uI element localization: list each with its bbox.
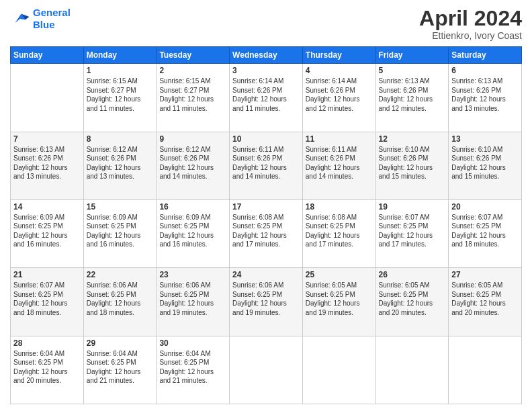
calendar-cell: 23Sunrise: 6:06 AMSunset: 6:25 PMDayligh… [157, 268, 230, 336]
page-title: April 2024 [419, 7, 522, 30]
calendar-cell [11, 64, 84, 132]
day-number: 2 [159, 66, 226, 75]
day-number: 25 [306, 270, 373, 279]
calendar-header-friday: Friday [375, 47, 449, 64]
day-info: Sunrise: 6:11 AMSunset: 6:26 PMDaylight:… [232, 145, 300, 181]
title-block: April 2024 Ettienkro, Ivory Coast [419, 7, 522, 41]
calendar-cell: 24Sunrise: 6:06 AMSunset: 6:25 PMDayligh… [230, 268, 303, 336]
day-number: 14 [13, 202, 81, 212]
calendar-cell: 30Sunrise: 6:04 AMSunset: 6:25 PMDayligh… [157, 336, 230, 404]
day-number: 20 [451, 202, 519, 212]
calendar-cell: 2Sunrise: 6:15 AMSunset: 6:27 PMDaylight… [157, 64, 230, 132]
day-number: 15 [87, 202, 154, 212]
day-number: 18 [306, 202, 373, 212]
day-number: 12 [379, 134, 446, 144]
day-info: Sunrise: 6:14 AMSunset: 6:26 PMDaylight:… [232, 77, 300, 113]
calendar-cell: 9Sunrise: 6:12 AMSunset: 6:26 PMDaylight… [157, 132, 230, 199]
day-number: 30 [159, 338, 226, 348]
calendar-week-row: 7Sunrise: 6:13 AMSunset: 6:26 PMDaylight… [11, 132, 522, 199]
calendar-cell: 17Sunrise: 6:08 AMSunset: 6:25 PMDayligh… [230, 199, 303, 267]
day-info: Sunrise: 6:06 AMSunset: 6:25 PMDaylight:… [159, 281, 226, 317]
day-info: Sunrise: 6:08 AMSunset: 6:25 PMDaylight:… [306, 213, 373, 249]
header: General Blue April 2024 Ettienkro, Ivory… [10, 7, 522, 41]
calendar-cell: 8Sunrise: 6:12 AMSunset: 6:26 PMDaylight… [83, 132, 157, 199]
calendar-cell [449, 336, 522, 404]
day-info: Sunrise: 6:14 AMSunset: 6:26 PMDaylight:… [306, 77, 373, 113]
calendar-table: SundayMondayTuesdayWednesdayThursdayFrid… [10, 46, 522, 404]
logo-line1: General [33, 7, 71, 18]
calendar-header-wednesday: Wednesday [230, 47, 303, 64]
calendar-cell: 4Sunrise: 6:14 AMSunset: 6:26 PMDaylight… [302, 64, 375, 132]
calendar-cell: 14Sunrise: 6:09 AMSunset: 6:25 PMDayligh… [11, 199, 84, 267]
calendar-week-row: 14Sunrise: 6:09 AMSunset: 6:25 PMDayligh… [11, 199, 522, 267]
calendar-cell: 26Sunrise: 6:05 AMSunset: 6:25 PMDayligh… [375, 268, 449, 336]
day-info: Sunrise: 6:04 AMSunset: 6:25 PMDaylight:… [87, 349, 154, 385]
calendar-cell: 1Sunrise: 6:15 AMSunset: 6:27 PMDaylight… [83, 64, 157, 132]
calendar-header-thursday: Thursday [302, 47, 375, 64]
day-info: Sunrise: 6:05 AMSunset: 6:25 PMDaylight:… [451, 281, 519, 317]
calendar-cell: 10Sunrise: 6:11 AMSunset: 6:26 PMDayligh… [230, 132, 303, 199]
day-info: Sunrise: 6:15 AMSunset: 6:27 PMDaylight:… [87, 77, 154, 113]
calendar-cell: 13Sunrise: 6:10 AMSunset: 6:26 PMDayligh… [449, 132, 522, 199]
day-number: 1 [87, 66, 154, 75]
page: General Blue April 2024 Ettienkro, Ivory… [0, 0, 532, 411]
day-info: Sunrise: 6:06 AMSunset: 6:25 PMDaylight:… [232, 281, 300, 317]
day-info: Sunrise: 6:05 AMSunset: 6:25 PMDaylight:… [306, 281, 373, 317]
day-number: 21 [13, 270, 81, 279]
day-info: Sunrise: 6:12 AMSunset: 6:26 PMDaylight:… [87, 145, 154, 181]
day-number: 16 [159, 202, 226, 212]
calendar-cell: 15Sunrise: 6:09 AMSunset: 6:25 PMDayligh… [83, 199, 157, 267]
calendar-cell: 6Sunrise: 6:13 AMSunset: 6:26 PMDaylight… [449, 64, 522, 132]
calendar-cell: 5Sunrise: 6:13 AMSunset: 6:26 PMDaylight… [375, 64, 449, 132]
day-info: Sunrise: 6:04 AMSunset: 6:25 PMDaylight:… [159, 349, 226, 385]
calendar-header-sunday: Sunday [11, 47, 84, 64]
day-info: Sunrise: 6:07 AMSunset: 6:25 PMDaylight:… [379, 213, 446, 249]
calendar-cell: 20Sunrise: 6:07 AMSunset: 6:25 PMDayligh… [449, 199, 522, 267]
calendar-cell: 3Sunrise: 6:14 AMSunset: 6:26 PMDaylight… [230, 64, 303, 132]
calendar-cell [302, 336, 375, 404]
day-number: 9 [159, 134, 226, 144]
day-info: Sunrise: 6:07 AMSunset: 6:25 PMDaylight:… [13, 281, 81, 317]
day-info: Sunrise: 6:08 AMSunset: 6:25 PMDaylight:… [232, 213, 300, 249]
calendar-cell: 7Sunrise: 6:13 AMSunset: 6:26 PMDaylight… [11, 132, 84, 199]
day-info: Sunrise: 6:13 AMSunset: 6:26 PMDaylight:… [379, 77, 446, 113]
day-number: 22 [87, 270, 154, 279]
calendar-cell: 22Sunrise: 6:06 AMSunset: 6:25 PMDayligh… [83, 268, 157, 336]
day-number: 26 [379, 270, 446, 279]
calendar-week-row: 28Sunrise: 6:04 AMSunset: 6:25 PMDayligh… [11, 336, 522, 404]
day-info: Sunrise: 6:13 AMSunset: 6:26 PMDaylight:… [13, 145, 81, 181]
page-subtitle: Ettienkro, Ivory Coast [419, 30, 522, 41]
logo: General Blue [10, 7, 71, 31]
day-number: 13 [451, 134, 519, 144]
calendar-header-tuesday: Tuesday [157, 47, 230, 64]
calendar-cell: 21Sunrise: 6:07 AMSunset: 6:25 PMDayligh… [11, 268, 84, 336]
day-number: 24 [232, 270, 300, 279]
day-number: 3 [232, 66, 300, 75]
day-number: 7 [13, 134, 81, 144]
day-info: Sunrise: 6:10 AMSunset: 6:26 PMDaylight:… [451, 145, 519, 181]
day-info: Sunrise: 6:12 AMSunset: 6:26 PMDaylight:… [159, 145, 226, 181]
day-info: Sunrise: 6:06 AMSunset: 6:25 PMDaylight:… [87, 281, 154, 317]
day-number: 5 [379, 66, 446, 75]
calendar-cell: 27Sunrise: 6:05 AMSunset: 6:25 PMDayligh… [449, 268, 522, 336]
calendar-cell: 29Sunrise: 6:04 AMSunset: 6:25 PMDayligh… [83, 336, 157, 404]
day-number: 23 [159, 270, 226, 279]
logo-text: General Blue [33, 7, 71, 31]
calendar-cell: 12Sunrise: 6:10 AMSunset: 6:26 PMDayligh… [375, 132, 449, 199]
calendar-header-row: SundayMondayTuesdayWednesdayThursdayFrid… [11, 47, 522, 64]
day-info: Sunrise: 6:13 AMSunset: 6:26 PMDaylight:… [451, 77, 519, 113]
day-info: Sunrise: 6:10 AMSunset: 6:26 PMDaylight:… [379, 145, 446, 181]
day-number: 17 [232, 202, 300, 212]
day-number: 28 [13, 338, 81, 348]
calendar-cell [230, 336, 303, 404]
calendar-cell: 19Sunrise: 6:07 AMSunset: 6:25 PMDayligh… [375, 199, 449, 267]
calendar-week-row: 1Sunrise: 6:15 AMSunset: 6:27 PMDaylight… [11, 64, 522, 132]
day-info: Sunrise: 6:09 AMSunset: 6:25 PMDaylight:… [159, 213, 226, 249]
day-number: 10 [232, 134, 300, 144]
logo-line2: Blue [33, 19, 55, 30]
day-info: Sunrise: 6:05 AMSunset: 6:25 PMDaylight:… [379, 281, 446, 317]
day-number: 6 [451, 66, 519, 75]
day-number: 29 [87, 338, 154, 348]
calendar-week-row: 21Sunrise: 6:07 AMSunset: 6:25 PMDayligh… [11, 268, 522, 336]
day-number: 27 [451, 270, 519, 279]
